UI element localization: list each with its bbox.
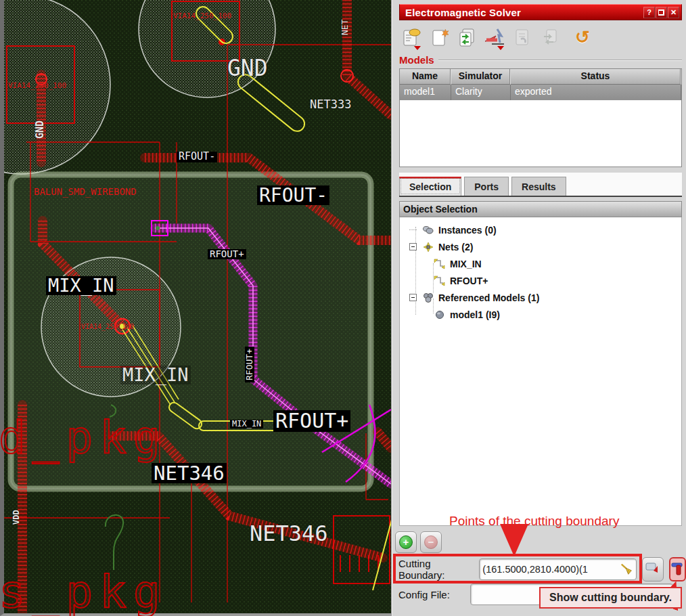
collapse-toggle[interactable] <box>409 294 417 301</box>
models-section-header: Models <box>399 54 682 66</box>
dropdown-caret <box>497 46 504 50</box>
application-window: VIA14_250_100 GND NET NET333 VIA14_250_1… <box>0 0 686 616</box>
undo-icon: ↺ <box>575 27 590 48</box>
collapse-toggle[interactable] <box>409 243 417 250</box>
net-label-vdd-vertical: VDD <box>12 510 21 525</box>
run-simulation-button[interactable] <box>484 26 507 49</box>
tree-item-instances[interactable]: Instances (0) <box>400 221 681 238</box>
model-name-cell: model1 <box>400 85 451 100</box>
net-label-mixin-ghost: MIX_IN <box>120 366 191 384</box>
plus-icon: + <box>399 535 413 549</box>
model-simulator-cell: Clarity <box>451 85 511 100</box>
tree-leaf-dash <box>409 229 417 230</box>
column-header-status[interactable]: Status <box>511 69 681 85</box>
table-row[interactable]: model1 Clarity exported <box>400 85 681 100</box>
tab-bar: Selection Ports Results <box>399 173 682 197</box>
model-icon <box>434 309 446 320</box>
cutting-boundary-field-wrap <box>479 558 637 580</box>
import-results-icon <box>513 27 533 47</box>
tree-item-label: Referenced Models (1) <box>438 292 539 303</box>
new-model-button[interactable] <box>428 26 451 49</box>
net-label-mixin-large: MIX_IN <box>46 276 116 295</box>
tree-item-label: MIX_IN <box>450 259 482 269</box>
tree-item-nets[interactable]: Nets (2) <box>400 238 681 255</box>
config-file-label: Config File: <box>398 589 450 600</box>
panel-title: Electromagnetic Solver <box>405 7 643 18</box>
net-label-rfout-plus-vertical: RFOUT+ <box>245 347 254 382</box>
model-status-cell: exported <box>511 85 681 100</box>
draw-boundary-button[interactable] <box>642 557 664 581</box>
net-label-gnd-large: GND <box>227 57 268 81</box>
object-selection-label: Object Selection <box>403 204 478 215</box>
cutting-boundary-input[interactable] <box>482 564 620 575</box>
open-model-button[interactable] <box>401 26 424 49</box>
dropdown-caret <box>414 46 421 50</box>
nets-icon <box>422 242 434 252</box>
tooltip-show-cutting-boundary: Show cutting boundary. <box>539 587 682 609</box>
tooltip-text: Show cutting boundary. <box>549 592 672 604</box>
tree-item-label: Instances (0) <box>438 225 497 236</box>
pcb-canvas[interactable]: VIA14_250_100 GND NET NET333 VIA14_250_1… <box>0 0 391 616</box>
tree-item-referenced-models[interactable]: Referenced Models (1) <box>400 289 681 306</box>
column-header-name[interactable]: Name <box>400 69 451 85</box>
object-selection-header: Object Selection <box>399 201 682 217</box>
new-model-icon <box>430 27 450 47</box>
cutting-boundary-label: Cutting Boundary: <box>398 558 475 581</box>
net-icon <box>434 276 446 286</box>
net-icon <box>434 259 446 269</box>
net-label-gnd-vertical: GND <box>35 120 46 139</box>
broom-icon[interactable] <box>620 562 633 577</box>
restore-button[interactable] <box>656 7 667 18</box>
help-button[interactable]: ? <box>643 7 655 18</box>
add-point-button[interactable]: + <box>395 531 417 553</box>
net-label-mixin-small: MIX_IN <box>230 420 263 428</box>
tab-ports[interactable]: Ports <box>464 177 509 196</box>
toolbar: ↺ <box>399 20 683 53</box>
refdes-label-spkg: s_pkg <box>0 569 167 615</box>
models-table: Name Simulator Status model1 Clarity exp… <box>399 68 682 167</box>
section-rule <box>438 60 682 61</box>
component-label-balun: BALUN_SMD_WIREBOND <box>34 187 137 197</box>
net-label-net-vertical: NET <box>340 20 350 35</box>
tree-item-net-rfoutplus[interactable]: RFOUT+ <box>400 272 681 289</box>
net-label-rfout-minus-large: RFOUT- <box>257 185 329 205</box>
tab-selection[interactable]: Selection <box>399 177 461 196</box>
via-label-1: VIA14_250_100 <box>173 12 231 20</box>
tree-item-label: model1 (I9) <box>450 309 500 320</box>
transfer-icon <box>541 27 561 47</box>
remove-point-button-disabled: − <box>420 531 442 553</box>
run-simulation-icon <box>484 26 507 48</box>
tree-item-label: RFOUT+ <box>450 276 488 286</box>
boundary-point-buttons: + − <box>395 531 442 553</box>
transfer-button-disabled <box>539 26 562 49</box>
open-model-icon <box>402 27 422 47</box>
via-label-3: VIA14_250_100 <box>81 324 134 331</box>
object-selection-tree[interactable]: Instances (0) Nets (2) MIX_IN <box>399 217 682 526</box>
net-label-net346-2: NET346 <box>250 523 328 546</box>
undo-button[interactable]: ↺ <box>571 26 594 49</box>
show-boundary-button[interactable] <box>669 557 686 581</box>
minus-icon: − <box>424 535 438 549</box>
via-label-2: VIA14_250_100 <box>8 82 66 90</box>
import-results-button-disabled <box>511 26 534 49</box>
tab-results[interactable]: Results <box>511 177 566 196</box>
export-model-icon <box>457 27 478 47</box>
restore-icon <box>658 9 664 15</box>
export-model-button[interactable] <box>456 26 479 49</box>
pcb-artwork <box>4 0 391 613</box>
tree-item-label: Nets (2) <box>438 242 473 252</box>
panel-titlebar[interactable]: Electromagnetic Solver ? ✕ <box>399 4 682 20</box>
cutting-boundary-row: Cutting Boundary: <box>398 557 686 581</box>
tree-item-model1[interactable]: model1 (I9) <box>400 306 681 323</box>
net-label-net333: NET333 <box>310 99 351 111</box>
models-section-label: Models <box>399 54 434 66</box>
close-button[interactable]: ✕ <box>668 7 679 18</box>
column-header-simulator[interactable]: Simulator <box>451 69 511 85</box>
tree-item-net-mixin[interactable]: MIX_IN <box>400 255 681 272</box>
referenced-models-icon <box>422 292 434 303</box>
net-label-rfout-plus-large: RFOUT+ <box>273 410 350 432</box>
instances-icon <box>422 225 434 236</box>
show-boundary-icon <box>671 561 685 577</box>
net-label-rfout-minus: RFOUT- <box>177 152 217 162</box>
net-label-rfout-plus: RFOUT+ <box>208 249 246 259</box>
